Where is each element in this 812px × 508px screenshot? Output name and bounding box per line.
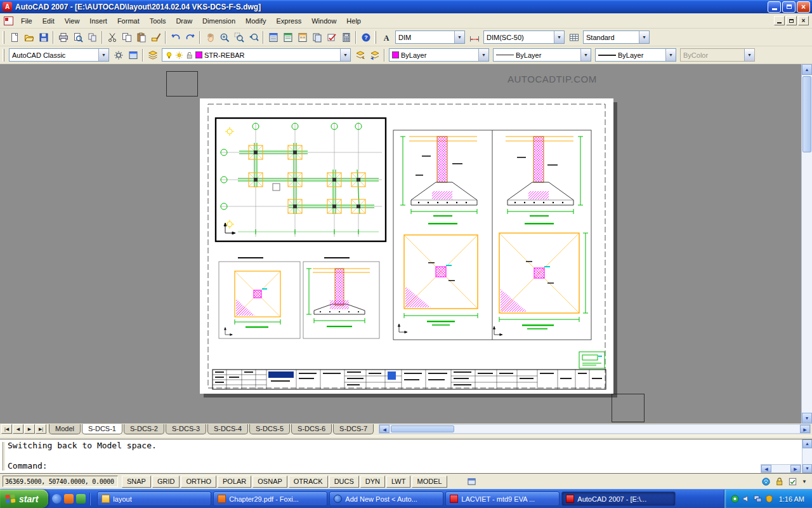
toolbar-grip[interactable] bbox=[3, 31, 4, 44]
mdi-minimize-button[interactable] bbox=[774, 16, 785, 25]
scroll-up-icon[interactable]: ▲ bbox=[802, 439, 812, 448]
toggle-ducs[interactable]: DUCS bbox=[329, 476, 359, 488]
toggle-dyn[interactable]: DYN bbox=[360, 476, 385, 488]
open-icon[interactable] bbox=[22, 30, 36, 44]
publish-icon[interactable] bbox=[85, 30, 100, 44]
plot-icon[interactable] bbox=[56, 30, 70, 44]
command-vertical-scrollbar[interactable]: ▲ ▼ bbox=[802, 439, 812, 473]
properties-icon[interactable] bbox=[266, 30, 280, 44]
color-combo[interactable]: ByLayer ▼ bbox=[389, 48, 489, 62]
layout-tab-model[interactable]: Model bbox=[49, 424, 81, 434]
menu-modify[interactable]: Modify bbox=[240, 15, 271, 27]
scroll-up-icon[interactable]: ▲ bbox=[802, 64, 812, 75]
scroll-right-icon[interactable]: ▶ bbox=[800, 425, 810, 433]
undo-icon[interactable] bbox=[168, 30, 183, 44]
layer-thaw-sun-icon[interactable] bbox=[175, 51, 183, 60]
pan-icon[interactable] bbox=[202, 30, 217, 44]
command-window-grip[interactable] bbox=[1, 442, 3, 471]
first-tab-button[interactable]: |◀ bbox=[1, 424, 12, 434]
command-horizontal-scrollbar[interactable]: ◀ ▶ bbox=[761, 464, 801, 473]
prev-tab-button[interactable]: ◀ bbox=[13, 424, 23, 434]
redo-icon[interactable] bbox=[183, 30, 197, 44]
layout-tab-s-dcs-3[interactable]: S-DCS-3 bbox=[166, 424, 206, 434]
menu-file[interactable]: File bbox=[16, 15, 37, 27]
scroll-right-icon[interactable]: ▶ bbox=[790, 465, 801, 472]
save-icon[interactable] bbox=[36, 30, 51, 44]
menu-edit[interactable]: Edit bbox=[37, 15, 60, 27]
chevron-down-icon[interactable]: ▼ bbox=[554, 31, 564, 43]
command-window[interactable]: Switching back to Model space. Command: … bbox=[0, 439, 812, 474]
quick-launch-media-icon[interactable] bbox=[76, 494, 86, 504]
toggle-grid[interactable]: GRID bbox=[152, 476, 180, 488]
coordinate-display[interactable]: 36369.5000, 50740.0000, 0.0000 bbox=[3, 476, 118, 487]
toggle-osnap[interactable]: OSNAP bbox=[252, 476, 287, 488]
tray-network-icon[interactable] bbox=[754, 495, 762, 503]
menu-format[interactable]: Format bbox=[112, 15, 145, 27]
toolbar-lock-icon[interactable] bbox=[774, 476, 785, 487]
toolbar-grip[interactable] bbox=[3, 49, 4, 62]
dim-style-icon[interactable] bbox=[467, 30, 481, 44]
zoom-previous-icon[interactable] bbox=[246, 30, 261, 44]
make-object-layer-current-icon[interactable] bbox=[353, 48, 367, 62]
tray-messenger-icon[interactable] bbox=[731, 495, 739, 503]
chevron-down-icon[interactable]: ▼ bbox=[454, 31, 464, 43]
scroll-left-icon[interactable]: ◀ bbox=[761, 465, 771, 472]
layer-combo[interactable]: STR-REBAR ▼ bbox=[162, 48, 351, 62]
layout-tab-s-dcs-4[interactable]: S-DCS-4 bbox=[207, 424, 248, 434]
taskbar-button-browser[interactable]: Add New Post < Auto... bbox=[329, 491, 443, 506]
toggle-lwt[interactable]: LWT bbox=[386, 476, 410, 488]
designcenter-icon[interactable] bbox=[280, 30, 295, 44]
taskbar-button-foxit[interactable]: Chapter29.pdf - Foxi... bbox=[213, 491, 327, 506]
toggle-snap[interactable]: SNAP bbox=[122, 476, 151, 488]
quick-launch-browser-icon[interactable] bbox=[52, 494, 62, 504]
plot-preview-icon[interactable] bbox=[70, 30, 85, 44]
tool-palettes-icon[interactable] bbox=[295, 30, 310, 44]
chevron-down-icon[interactable]: ▼ bbox=[665, 49, 676, 61]
menu-dimension[interactable]: Dimension bbox=[197, 15, 240, 27]
layout-tab-s-dcs-1[interactable]: S-DCS-1 bbox=[82, 424, 122, 434]
dim-style-combo[interactable]: DIM(SC-50) ▼ bbox=[483, 30, 565, 44]
start-button[interactable]: start bbox=[0, 490, 48, 508]
menu-window[interactable]: Window bbox=[306, 15, 341, 27]
command-history[interactable]: Switching back to Model space. Command: bbox=[8, 441, 799, 472]
my-workspace-icon[interactable] bbox=[126, 48, 140, 62]
menu-tools[interactable]: Tools bbox=[145, 15, 171, 27]
new-icon[interactable] bbox=[7, 30, 22, 44]
drawing-horizontal-scrollbar[interactable]: ◀ ▶ bbox=[379, 424, 811, 434]
help-icon[interactable]: ? bbox=[358, 30, 373, 44]
status-tray-arrow-icon[interactable]: ▼ bbox=[801, 479, 808, 485]
menu-help[interactable]: Help bbox=[341, 15, 366, 27]
chevron-down-icon[interactable]: ▼ bbox=[580, 49, 591, 61]
minimize-button[interactable] bbox=[768, 1, 781, 13]
table-style-combo[interactable]: Standard ▼ bbox=[583, 30, 650, 44]
mdi-close-button[interactable]: × bbox=[798, 16, 809, 25]
restore-button[interactable] bbox=[782, 1, 796, 13]
toggle-otrack[interactable]: OTRACK bbox=[289, 476, 328, 488]
chevron-down-icon[interactable]: ▼ bbox=[478, 49, 488, 61]
layout-tab-s-dcs-5[interactable]: S-DCS-5 bbox=[249, 424, 290, 434]
table-style-icon[interactable] bbox=[566, 30, 581, 44]
zoom-window-icon[interactable] bbox=[232, 30, 246, 44]
workspace-combo[interactable]: AutoCAD Classic ▼ bbox=[9, 48, 109, 62]
match-properties-icon[interactable] bbox=[148, 30, 163, 44]
tray-volume-icon[interactable] bbox=[742, 495, 750, 503]
taskbar-button-folder[interactable]: layout bbox=[97, 491, 211, 506]
quick-calc-icon[interactable] bbox=[339, 30, 353, 44]
layer-on-bulb-icon[interactable] bbox=[165, 51, 173, 60]
drawing-area[interactable]: AUTOCADTIP.COM bbox=[0, 64, 812, 424]
quick-launch-foxit-icon[interactable] bbox=[64, 494, 74, 504]
scrollbar-thumb[interactable] bbox=[391, 425, 454, 432]
toggle-model[interactable]: MODEL bbox=[412, 476, 447, 488]
toggle-ortho[interactable]: ORTHO bbox=[181, 476, 216, 488]
scroll-left-icon[interactable]: ◀ bbox=[379, 425, 390, 433]
layout-tab-s-dcs-7[interactable]: S-DCS-7 bbox=[333, 424, 374, 434]
chevron-down-icon[interactable]: ▼ bbox=[639, 31, 649, 43]
sheet-set-manager-icon[interactable] bbox=[310, 30, 324, 44]
taskbar-button-autocad[interactable]: AutoCAD 2007 - [E:\... bbox=[561, 491, 676, 506]
chevron-down-icon[interactable]: ▼ bbox=[98, 49, 108, 61]
workspace-settings-icon[interactable] bbox=[111, 48, 126, 62]
taskbar-button-lacviet[interactable]: LACVIET - mtd9 EVA ... bbox=[445, 491, 560, 506]
close-button[interactable]: × bbox=[797, 1, 810, 13]
last-tab-button[interactable]: ▶| bbox=[36, 424, 46, 434]
layer-previous-icon[interactable] bbox=[367, 48, 382, 62]
